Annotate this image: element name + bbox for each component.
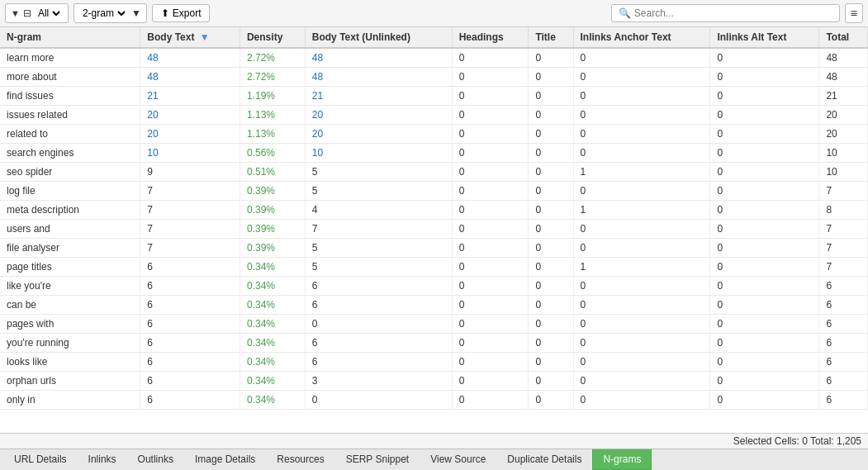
export-label: Export bbox=[173, 7, 202, 19]
table-cell: 1.13% bbox=[240, 125, 305, 144]
table-cell: 0 bbox=[452, 372, 529, 391]
table-cell: 6 bbox=[819, 334, 868, 353]
bottom-tab-duplicate-details[interactable]: Duplicate Details bbox=[496, 449, 592, 470]
table-cell: 6 bbox=[140, 315, 240, 334]
table-cell: 1 bbox=[573, 258, 710, 277]
bottom-tab-serp-snippet[interactable]: SERP Snippet bbox=[335, 449, 420, 470]
table-cell: 5 bbox=[305, 182, 452, 201]
filter-options-icon: ≡ bbox=[851, 7, 857, 20]
table-cell: 6 bbox=[305, 277, 452, 296]
ngram-select-input[interactable]: 2-gram 1-gram 3-gram bbox=[79, 7, 128, 20]
bottom-tab-url-details[interactable]: URL Details bbox=[3, 449, 78, 470]
bottom-tab-outlinks[interactable]: Outlinks bbox=[127, 449, 184, 470]
table-cell: 7 bbox=[140, 220, 240, 239]
table-row[interactable]: find issues211.19%21000021 bbox=[0, 87, 868, 106]
table-row[interactable]: more about482.72%48000048 bbox=[0, 68, 868, 87]
table-cell: 0 bbox=[529, 87, 573, 106]
table-cell: file analyser bbox=[0, 239, 140, 258]
bottom-tab-inlinks[interactable]: Inlinks bbox=[78, 449, 127, 470]
col-ngram[interactable]: N-gram bbox=[0, 27, 140, 48]
filter-dropdown[interactable]: ▼ ⊟ All bbox=[5, 3, 69, 23]
table-cell: 7 bbox=[819, 220, 868, 239]
table-cell: 0.34% bbox=[240, 372, 305, 391]
table-cell: seo spider bbox=[0, 163, 140, 182]
table-row[interactable]: log file70.39%500007 bbox=[0, 182, 868, 201]
col-inlinks-alt[interactable]: Inlinks Alt Text bbox=[710, 27, 819, 48]
table-cell: 0 bbox=[573, 125, 710, 144]
table-cell: 10 bbox=[819, 144, 868, 163]
table-cell: only in bbox=[0, 391, 140, 410]
table-row[interactable]: users and70.39%700007 bbox=[0, 220, 868, 239]
ngram-dropdown[interactable]: 2-gram 1-gram 3-gram ▼ bbox=[74, 3, 147, 23]
table-cell: orphan urls bbox=[0, 372, 140, 391]
col-body-text-unlinked[interactable]: Body Text (Unlinked) bbox=[305, 27, 452, 48]
table-cell: 6 bbox=[140, 296, 240, 315]
table-cell: 0 bbox=[573, 68, 710, 87]
table-cell: 20 bbox=[305, 106, 452, 125]
col-density[interactable]: Density bbox=[240, 27, 305, 48]
col-title[interactable]: Title bbox=[529, 27, 573, 48]
table-cell: 0.34% bbox=[240, 258, 305, 277]
table-cell: 0 bbox=[573, 372, 710, 391]
table-cell: 10 bbox=[140, 144, 240, 163]
filter-select-input[interactable]: All bbox=[35, 7, 63, 20]
table-cell: 0 bbox=[452, 239, 529, 258]
table-cell: 0.34% bbox=[240, 391, 305, 410]
table-cell: 6 bbox=[140, 334, 240, 353]
table-row[interactable]: meta description70.39%400108 bbox=[0, 201, 868, 220]
search-input[interactable] bbox=[634, 7, 832, 19]
bottom-tab-n-grams[interactable]: N-grams bbox=[592, 449, 652, 470]
table-cell: 6 bbox=[819, 277, 868, 296]
table-cell: 20 bbox=[819, 125, 868, 144]
table-cell: 0 bbox=[452, 201, 529, 220]
search-box[interactable]: 🔍 bbox=[611, 4, 840, 22]
table-row[interactable]: page titles60.34%500107 bbox=[0, 258, 868, 277]
table-cell: 5 bbox=[305, 163, 452, 182]
table-cell: 0 bbox=[710, 258, 819, 277]
table-cell: 0 bbox=[452, 258, 529, 277]
bottom-tab-view-source[interactable]: View Source bbox=[420, 449, 496, 470]
table-cell: 6 bbox=[819, 353, 868, 372]
table-row[interactable]: only in60.34%000006 bbox=[0, 391, 868, 410]
table-cell: 0 bbox=[529, 239, 573, 258]
filter-options-button[interactable]: ≡ bbox=[845, 3, 863, 23]
col-headings[interactable]: Headings bbox=[452, 27, 529, 48]
table-cell: 9 bbox=[140, 163, 240, 182]
table-row[interactable]: pages with60.34%000006 bbox=[0, 315, 868, 334]
table-row[interactable]: search engines100.56%10000010 bbox=[0, 144, 868, 163]
table-row[interactable]: learn more482.72%48000048 bbox=[0, 48, 868, 68]
table-cell: 0 bbox=[710, 106, 819, 125]
table-row[interactable]: issues related201.13%20000020 bbox=[0, 106, 868, 125]
col-body-text[interactable]: Body Text ▼ bbox=[140, 27, 240, 48]
col-inlinks-anchor[interactable]: Inlinks Anchor Text bbox=[573, 27, 710, 48]
table-cell: 7 bbox=[819, 258, 868, 277]
col-total[interactable]: Total bbox=[819, 27, 868, 48]
table-cell: 20 bbox=[305, 125, 452, 144]
table-cell: 0 bbox=[529, 106, 573, 125]
table-cell: 0 bbox=[573, 277, 710, 296]
status-text: Selected Cells: 0 Total: 1,205 bbox=[733, 435, 861, 447]
table-row[interactable]: orphan urls60.34%300006 bbox=[0, 372, 868, 391]
table-cell: 3 bbox=[305, 372, 452, 391]
table-row[interactable]: like you're60.34%600006 bbox=[0, 277, 868, 296]
table-cell: 0 bbox=[710, 48, 819, 68]
table-row[interactable]: can be60.34%600006 bbox=[0, 296, 868, 315]
bottom-tab-resources[interactable]: Resources bbox=[266, 449, 334, 470]
table-header-row: N-gram Body Text ▼ Density Body Text (Un… bbox=[0, 27, 868, 48]
bottom-tabs: URL DetailsInlinksOutlinksImage DetailsR… bbox=[0, 449, 868, 470]
table-cell: 0 bbox=[452, 87, 529, 106]
table-row[interactable]: looks like60.34%600006 bbox=[0, 353, 868, 372]
table-cell: 0 bbox=[573, 182, 710, 201]
table-row[interactable]: file analyser70.39%500007 bbox=[0, 239, 868, 258]
table-cell: 0 bbox=[452, 277, 529, 296]
table-cell: 6 bbox=[140, 372, 240, 391]
export-icon: ⬆ bbox=[161, 7, 169, 19]
table-cell: 0.39% bbox=[240, 201, 305, 220]
export-button[interactable]: ⬆ Export bbox=[152, 4, 211, 22]
table-row[interactable]: you're running60.34%600006 bbox=[0, 334, 868, 353]
table-row[interactable]: related to201.13%20000020 bbox=[0, 125, 868, 144]
bottom-tab-image-details[interactable]: Image Details bbox=[184, 449, 266, 470]
table-cell: 0 bbox=[573, 48, 710, 68]
table-row[interactable]: seo spider90.51%5001010 bbox=[0, 163, 868, 182]
filter-icon: ▼ bbox=[11, 8, 20, 18]
